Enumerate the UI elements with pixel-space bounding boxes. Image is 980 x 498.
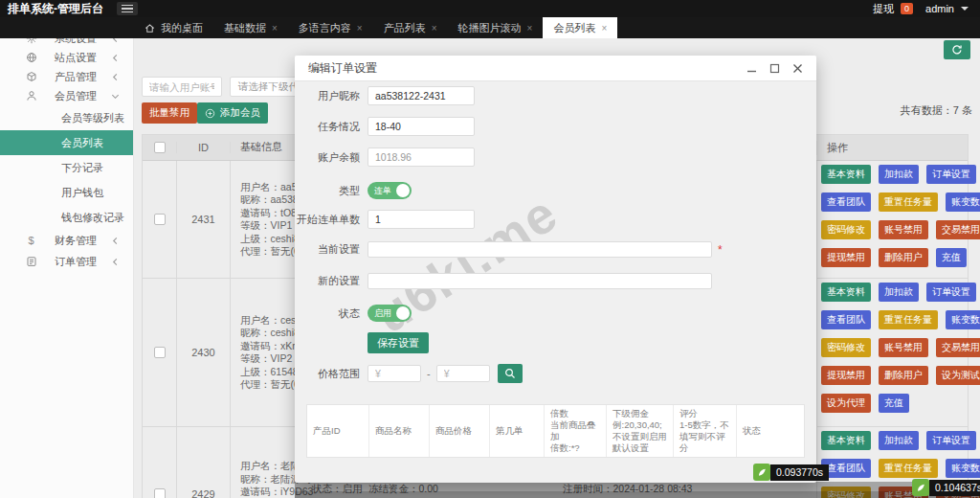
view-team-button[interactable]: 查看团队	[821, 192, 871, 212]
withdraw-disable-button[interactable]: 提现禁用	[821, 366, 871, 385]
account-changes-button[interactable]: 账变数据	[946, 459, 980, 478]
member-actions: 基本资料 加扣款 订单设置 查看团队 重置任务量 账变数据 密码修改 账号禁用 …	[816, 279, 968, 426]
sidebar-item-product-management[interactable]: 产品管理	[0, 67, 133, 86]
tab-desktop[interactable]: 我的桌面	[134, 17, 213, 38]
sidebar-item-order-management[interactable]: 订单管理	[0, 251, 133, 272]
withdraw-disable-button[interactable]: 提现禁用	[821, 248, 871, 267]
account-search-input[interactable]	[142, 77, 222, 97]
sidebar-item-member-management[interactable]: 会员管理	[0, 86, 133, 105]
price-min-input[interactable]	[368, 365, 421, 382]
basic-info-button[interactable]: 基本资料	[821, 283, 871, 302]
recharge-button[interactable]: 充值	[936, 248, 967, 267]
modal-trace-badge[interactable]: 0.093770s	[753, 464, 829, 481]
tab-multilang[interactable]: 多语言内容×	[288, 17, 373, 38]
tab-member-list-active[interactable]: 会员列表×	[543, 17, 617, 38]
refresh-button[interactable]	[944, 40, 970, 59]
order-settings-button[interactable]: 订单设置	[926, 431, 976, 450]
password-edit-button[interactable]: 密码修改	[821, 220, 871, 239]
row-checkbox[interactable]	[154, 488, 166, 498]
new-setting-input[interactable]	[368, 273, 712, 289]
trace-leaf-icon	[753, 464, 770, 481]
header-right: 提现 0 admin	[873, 2, 980, 16]
select-all-checkbox[interactable]	[154, 142, 166, 153]
home-icon	[145, 23, 155, 34]
tab-basic-data[interactable]: 基础数据×	[213, 17, 288, 38]
add-member-button[interactable]: 添加会员	[197, 102, 268, 124]
reset-tasks-button[interactable]: 重置任务量	[879, 192, 938, 212]
close-icon[interactable]: ×	[601, 23, 607, 34]
price-max-input[interactable]	[436, 365, 490, 382]
account-changes-button[interactable]: 账变数据	[946, 192, 980, 212]
row-checkbox[interactable]	[154, 214, 166, 225]
start-count-input[interactable]	[368, 210, 475, 229]
account-disable-button[interactable]: 账号禁用	[879, 220, 928, 239]
set-test-button[interactable]: 设为测试	[936, 366, 980, 385]
delete-user-button[interactable]: 删除用户	[879, 366, 928, 385]
col-status: 状态	[737, 405, 804, 457]
range-separator: -	[427, 368, 431, 379]
minimize-icon[interactable]	[746, 63, 757, 74]
current-setting-label: 当前设置	[295, 242, 360, 257]
operation-header: 操作	[827, 141, 848, 155]
type-label: 类型	[295, 184, 360, 198]
search-button[interactable]	[498, 364, 523, 383]
tab-product-list[interactable]: 产品列表×	[373, 17, 448, 38]
trace-leaf-icon	[912, 479, 929, 496]
trade-disable-button[interactable]: 交易禁用	[936, 338, 980, 357]
chevron-left-icon	[111, 54, 120, 62]
close-icon[interactable]	[792, 63, 803, 74]
toggle-knob	[396, 306, 410, 320]
sidebar-item-downscore-records[interactable]: 下分记录	[0, 155, 133, 180]
delete-user-button[interactable]: 删除用户	[879, 248, 928, 267]
page-trace-badge[interactable]: 0.104637s	[912, 479, 980, 496]
search-icon	[504, 368, 516, 379]
modal-header: 编辑订单设置	[295, 56, 816, 81]
reset-tasks-button[interactable]: 重置任务量	[879, 310, 938, 329]
type-toggle[interactable]: 连单	[368, 182, 412, 199]
close-icon[interactable]: ×	[527, 23, 533, 34]
view-team-button[interactable]: 查看团队	[821, 310, 871, 329]
sidebar-item-wallet-modify-records[interactable]: 钱包修改记录	[0, 205, 133, 230]
trade-disable-button[interactable]: 交易禁用	[936, 220, 980, 239]
order-settings-button[interactable]: 订单设置	[926, 165, 976, 184]
user-menu[interactable]: admin	[925, 3, 954, 14]
basic-info-button[interactable]: 基本资料	[821, 165, 871, 184]
top-header: 排单系统-管理后台 提现 0 admin	[0, 0, 980, 17]
withdraw-link[interactable]: 提现	[873, 2, 894, 16]
batch-disable-button[interactable]: 批量禁用	[142, 102, 197, 124]
close-icon[interactable]: ×	[357, 23, 363, 34]
status-toggle[interactable]: 启用	[368, 305, 412, 322]
close-icon[interactable]: ×	[432, 23, 437, 34]
order-icon	[25, 256, 37, 268]
row-checkbox[interactable]	[154, 347, 166, 358]
recharge-button[interactable]: 充值	[879, 394, 909, 413]
task-status-input[interactable]	[368, 117, 475, 136]
tab-bar: 我的桌面 基础数据× 多语言内容× 产品列表× 轮播图片滚动× 会员列表×	[0, 17, 980, 38]
add-deduct-button[interactable]: 加扣款	[879, 431, 919, 450]
add-deduct-button[interactable]: 加扣款	[879, 283, 919, 302]
account-disable-button[interactable]: 账号禁用	[879, 338, 928, 357]
order-settings-button[interactable]: 订单设置	[926, 283, 976, 302]
sidebar-item-site-settings[interactable]: 站点设置	[0, 48, 133, 67]
sidebar-item-member-level-list[interactable]: 会员等级列表	[0, 105, 133, 130]
sidebar-item-finance-management[interactable]: $ 财务管理	[0, 230, 133, 251]
menu-toggle-icon[interactable]	[117, 2, 138, 15]
set-agent-button[interactable]: 设为代理	[821, 394, 871, 413]
globe-icon	[25, 52, 37, 64]
save-settings-button[interactable]: 保存设置	[368, 332, 429, 353]
id-header: ID	[177, 142, 231, 153]
basic-info-button[interactable]: 基本资料	[821, 431, 871, 450]
close-icon[interactable]: ×	[272, 23, 278, 34]
add-deduct-button[interactable]: 加扣款	[879, 165, 919, 184]
tab-carousel[interactable]: 轮播图片滚动×	[448, 17, 544, 38]
sidebar-item-member-list[interactable]: 会员列表	[0, 130, 133, 155]
balance-input[interactable]	[368, 147, 475, 167]
password-edit-button[interactable]: 密码修改	[821, 338, 871, 357]
nickname-input[interactable]	[368, 86, 475, 105]
current-setting-input[interactable]	[368, 241, 712, 258]
sidebar-item-user-wallet[interactable]: 用户钱包	[0, 180, 133, 205]
reset-tasks-button[interactable]: 重置任务量	[879, 459, 938, 478]
maximize-icon[interactable]	[769, 63, 780, 74]
toggle-knob	[396, 184, 410, 197]
account-changes-button[interactable]: 账变数据	[946, 310, 980, 329]
